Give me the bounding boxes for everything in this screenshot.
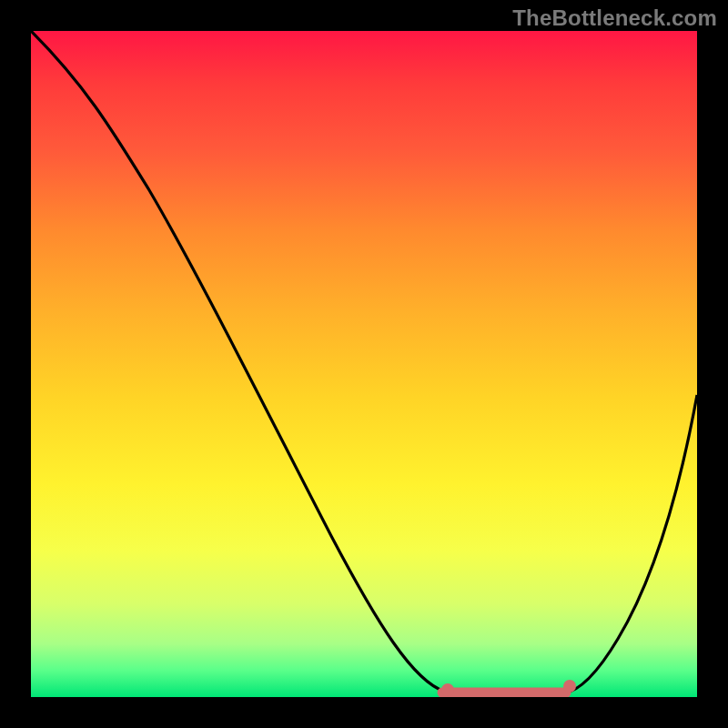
chart-frame: TheBottleneck.com [0,0,728,728]
flat-segment-end-dot [563,680,576,693]
watermark-text: TheBottleneck.com [512,5,717,31]
plot-area [31,31,697,697]
bottleneck-curve [31,31,697,693]
curve-svg [31,31,697,697]
flat-segment-start-dot [441,683,454,696]
